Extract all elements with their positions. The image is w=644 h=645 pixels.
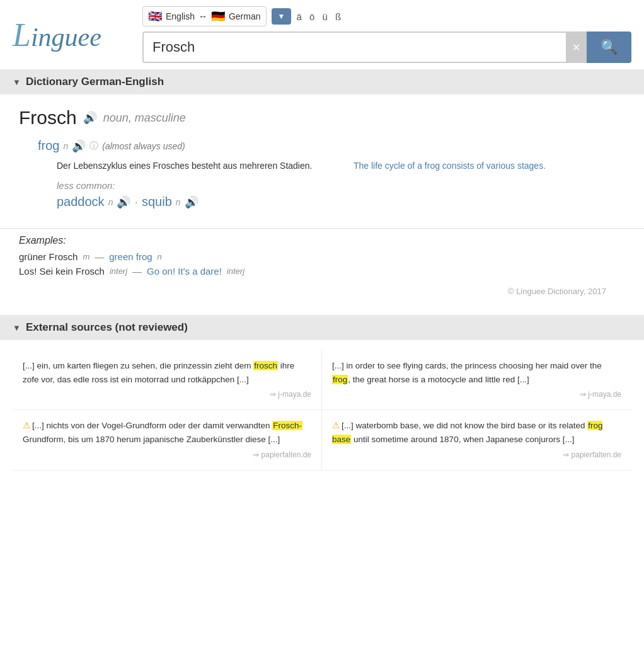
headword: Frosch [19,107,77,128]
alt-sound-paddock[interactable]: 🔊 [117,195,130,209]
target-lang-label: German [229,11,261,21]
example-de: Der Lebenszyklus eines Frosches besteht … [57,159,328,173]
alt-translations: paddock n 🔊 · squib n 🔊 [57,195,625,209]
ext-text-1-en-after: , the great horse is a motocycle and lit… [348,375,529,384]
example-row-1: grüner Frosch m — green frog n [19,251,625,262]
dash-2: — [132,266,142,277]
external-triangle-icon: ▼ [13,323,21,333]
example2-en[interactable]: Go on! It's a dare! [147,266,222,277]
alt-pos-paddock: n [108,197,113,207]
usage-note: (almost always used) [102,141,185,151]
dict-triangle-icon: ▼ [13,77,21,87]
warning-icon-2-de: ⚠ [23,421,31,430]
separator-dot: · [134,195,138,209]
word-pos: noun, masculine [103,111,186,125]
language-bar: 🇬🇧 English ↔ 🇩🇪 German ▼ ä ö ü ß [142,6,631,26]
ext-text-1-de-before: [...] ein, um karten fliegen zu sehen, d… [23,361,253,370]
ext-text-1-en-before: [...] in order to see flying cards, the … [332,361,602,370]
translation-pos: n [63,141,68,151]
dash-1: — [95,251,104,262]
external-grid: [...] ein, um karten fliegen zu sehen, d… [13,350,631,471]
example2-de: Los! Sei kein Frosch [19,266,105,277]
example-row-2: Los! Sei kein Frosch interj — Go on! It'… [19,266,625,277]
lang-dropdown-button[interactable]: ▼ [272,8,292,25]
example2-en-pos: interj [227,266,244,276]
examples-title: Examples: [19,235,625,246]
ext-item-2-de: ⚠[...] nichts von der Vogel-Grundform od… [13,410,322,470]
example-pair: Der Lebenszyklus eines Frosches besteht … [57,159,625,173]
main-translation: frog n 🔊 ⓘ (almost always used) [38,139,625,153]
external-section: [...] ein, um karten fliegen zu sehen, d… [0,340,644,481]
language-selector[interactable]: 🇬🇧 English ↔ 🇩🇪 German [142,6,267,26]
logo: Linguee [13,16,132,54]
examples-section: Examples: grüner Frosch m — green frog n… [0,229,644,315]
example-en[interactable]: The life cycle of a frog consists of var… [354,159,625,173]
ext-text-2-en-after: until sometime around 1870, when Japanes… [351,435,574,444]
dict-section-header: ▼ Dictionary German-English [0,69,644,94]
alt-word-squib[interactable]: squib [142,195,172,209]
example1-de-pos: m [83,252,89,261]
translation-sound-icon[interactable]: 🔊 [72,139,86,153]
header-right: 🇬🇧 English ↔ 🇩🇪 German ▼ ä ö ü ß ✕ 🔍 [142,6,631,63]
search-input[interactable] [142,31,566,63]
ext-text-2-de-before: [...] nichts von der Vogel-Grundform ode… [32,421,272,430]
dict-section-label: Dictionary German-English [26,76,164,88]
ext-source-1-en[interactable]: j-maya.de [332,389,621,401]
external-section-header: ▼ External sources (not reviewed) [0,315,644,340]
source-flag: 🇬🇧 [148,9,162,23]
example1-en[interactable]: green frog [109,251,152,262]
search-button[interactable]: 🔍 [587,31,631,63]
alt-sound-squib[interactable]: 🔊 [185,195,198,209]
header: Linguee 🇬🇧 English ↔ 🇩🇪 German ▼ ä ö ü ß… [0,0,644,69]
lang-arrow: ↔ [198,11,207,21]
ext-highlight-1-de: frosch [253,361,278,370]
source-lang-label: English [166,11,195,21]
translation-word[interactable]: frog [38,139,59,153]
ext-highlight-1-en: frog [332,375,348,384]
alt-pos-squib: n [176,197,181,207]
ext-source-2-en[interactable]: papierfalten.de [332,449,621,461]
alt-word-paddock[interactable]: paddock [57,195,105,209]
translation-group: frog n 🔊 ⓘ (almost always used) Der Lebe… [38,139,625,209]
ext-source-1-de[interactable]: j-maya.de [23,389,311,401]
sound-icon[interactable]: 🔊 [83,111,97,125]
ext-item-2-en: ⚠[...] waterbomb base, we did not know t… [322,410,631,470]
search-bar: ✕ 🔍 [142,31,631,63]
ext-text-2-en-before: [...] waterbomb base, we did not know th… [342,421,587,430]
ext-item-1-de: [...] ein, um karten fliegen zu sehen, d… [13,350,322,410]
info-icon[interactable]: ⓘ [89,140,98,152]
external-section-label: External sources (not reviewed) [26,321,188,334]
target-flag: 🇩🇪 [211,9,225,23]
example1-en-pos: n [158,252,162,261]
ext-source-2-de[interactable]: papierfalten.de [23,449,311,461]
word-title: Frosch 🔊 noun, masculine [19,107,625,128]
dictionary-section: Frosch 🔊 noun, masculine frog n 🔊 ⓘ (alm… [0,94,644,228]
less-common-label: less common: [57,180,625,191]
warning-icon-2-en: ⚠ [332,421,340,430]
example1-de: grüner Frosch [19,251,78,262]
copyright: © Linguee Dictionary, 2017 [19,280,625,309]
special-chars: ä ö ü ß [296,11,343,22]
ext-item-1-en: [...] in order to see flying cards, the … [322,350,631,410]
example2-de-pos: interj [110,266,127,276]
ext-text-2-de-after: Grundform, bis um 1870 herum japanische … [23,435,280,444]
clear-button[interactable]: ✕ [566,31,587,63]
ext-highlight-2-de: Frosch- [272,421,302,430]
